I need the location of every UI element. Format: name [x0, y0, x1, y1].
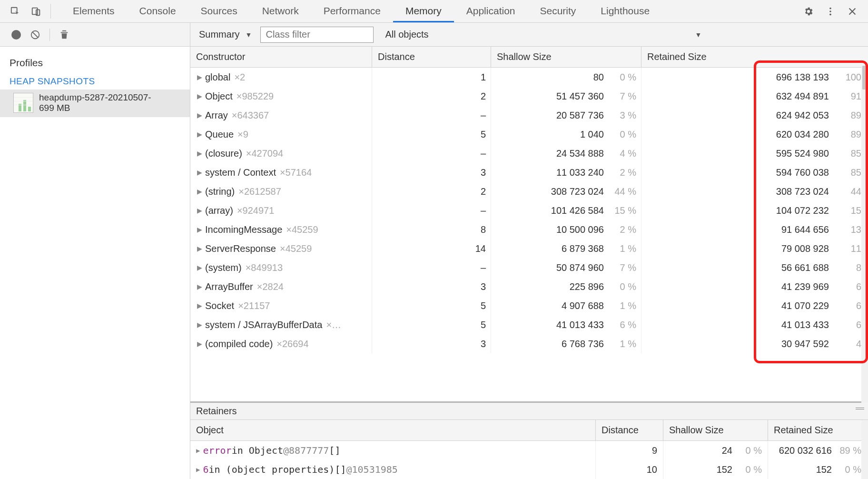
retainers-header[interactable]: Retainers: [190, 403, 868, 420]
table-row[interactable]: ▶(array)×924971–101 426 58415 %104 072 2…: [190, 201, 868, 220]
profiles-toolbar: [0, 23, 190, 47]
ret-col-object[interactable]: Object: [190, 420, 596, 440]
col-constructor[interactable]: Constructor: [190, 47, 372, 67]
snapshot-label: heapdump-5287-20210507- 699 MB: [39, 92, 151, 113]
snapshot-item[interactable]: heapdump-5287-20210507- 699 MB: [0, 90, 190, 117]
table-row[interactable]: ▶IncomingMessage×45259810 500 0962 %91 6…: [190, 220, 868, 239]
constructor-cell: ▶(string)×2612587: [190, 182, 372, 201]
expand-triangle-icon[interactable]: ▶: [197, 334, 202, 353]
col-distance[interactable]: Distance: [372, 47, 491, 67]
constructor-count: ×643367: [232, 106, 269, 125]
table-row[interactable]: ▶(string)×26125872308 723 02444 %308 723…: [190, 182, 868, 201]
retainer-row[interactable]: ▶6 in (object properties)[] @10531985101…: [190, 460, 868, 479]
constructor-count: ×2: [234, 68, 245, 87]
table-row[interactable]: ▶Socket×2115754 907 6881 %41 070 2296: [190, 296, 868, 315]
tab-sources[interactable]: Sources: [188, 0, 250, 22]
retained-pct: 13: [834, 220, 861, 239]
expand-triangle-icon[interactable]: ▶: [196, 441, 200, 460]
tab-memory[interactable]: Memory: [393, 0, 454, 22]
tab-performance[interactable]: Performance: [311, 0, 393, 22]
table-row[interactable]: ▶(system)×849913–50 874 9607 %56 661 688…: [190, 258, 868, 277]
constructor-cell: ▶(closure)×427094: [190, 144, 372, 163]
svg-point-4: [829, 10, 831, 12]
constructor-name: Socket: [205, 296, 234, 315]
tab-security[interactable]: Security: [527, 0, 588, 22]
table-row[interactable]: ▶global×21800 %696 138 193100: [190, 68, 868, 87]
objects-filter-dropdown[interactable]: All objects ▼: [383, 29, 701, 40]
constructor-name: global: [205, 68, 230, 87]
expand-triangle-icon[interactable]: ▶: [197, 87, 202, 106]
expand-triangle-icon[interactable]: ▶: [197, 220, 202, 239]
expand-triangle-icon[interactable]: ▶: [197, 296, 202, 315]
expand-triangle-icon[interactable]: ▶: [197, 182, 202, 201]
table-row[interactable]: ▶(compiled code)×2669436 768 7361 %30 94…: [190, 334, 868, 353]
tab-lighthouse[interactable]: Lighthouse: [588, 0, 662, 22]
expand-triangle-icon[interactable]: ▶: [197, 68, 202, 87]
svg-point-3: [829, 7, 831, 9]
table-row[interactable]: ▶system / Context×57164311 033 2402 %594…: [190, 163, 868, 182]
distance-cell: 8: [372, 220, 491, 239]
kebab-menu-icon[interactable]: [819, 6, 841, 17]
retainer-row[interactable]: ▶error in Object @8877777 []9240 %620 03…: [190, 441, 868, 460]
table-row[interactable]: ▶Array×643367–20 587 7363 %624 942 05389: [190, 106, 868, 125]
table-row[interactable]: ▶Queue×951 0400 %620 034 28089: [190, 125, 868, 144]
table-row[interactable]: ▶ArrayBuffer×28243225 8960 %41 239 9696: [190, 277, 868, 296]
table-row[interactable]: ▶Object×985229251 457 3607 %632 494 8919…: [190, 87, 868, 106]
table-row[interactable]: ▶system / JSArrayBufferData×…541 013 433…: [190, 315, 868, 334]
class-filter-input[interactable]: [260, 27, 374, 43]
expand-triangle-icon[interactable]: ▶: [197, 239, 202, 258]
expand-triangle-icon[interactable]: ▶: [197, 277, 202, 296]
constructor-count: ×9: [237, 125, 248, 144]
expand-triangle-icon[interactable]: ▶: [197, 106, 202, 125]
ret-col-retained[interactable]: Retained Size: [768, 420, 867, 440]
retainer-retained: 620 032 61689 %: [768, 441, 867, 460]
profiles-title: Profiles: [0, 50, 190, 73]
expand-triangle-icon[interactable]: ▶: [197, 315, 202, 334]
retained-cell: 696 138 193100: [641, 68, 866, 87]
retained-cell: 308 723 02444: [641, 182, 866, 201]
shallow-cell: 11 033 2402 %: [491, 163, 641, 182]
retainer-ref: @10531985: [346, 460, 397, 479]
retained-value: 91 644 656: [781, 220, 829, 239]
distance-cell: –: [372, 258, 491, 277]
constructor-name: IncomingMessage: [205, 220, 282, 239]
distance-cell: 5: [372, 315, 491, 334]
expand-triangle-icon[interactable]: ▶: [196, 460, 200, 479]
table-row[interactable]: ▶(closure)×427094–24 534 8884 %595 524 9…: [190, 144, 868, 163]
clear-icon[interactable]: [26, 30, 45, 40]
tab-network[interactable]: Network: [250, 0, 311, 22]
trash-icon[interactable]: [55, 30, 74, 40]
col-shallow[interactable]: Shallow Size: [491, 47, 641, 67]
col-retained[interactable]: Retained Size: [641, 47, 866, 67]
retained-cell: 594 760 03885: [641, 163, 866, 182]
expand-triangle-icon[interactable]: ▶: [197, 201, 202, 220]
scrollbar-thumb[interactable]: [862, 66, 867, 90]
expand-triangle-icon[interactable]: ▶: [197, 144, 202, 163]
retained-value: 620 034 280: [776, 125, 829, 144]
expand-triangle-icon[interactable]: ▶: [197, 125, 202, 144]
device-toolbar-icon[interactable]: [26, 0, 47, 22]
constructor-count: ×427094: [246, 144, 283, 163]
retained-pct: 11: [834, 239, 861, 258]
tab-console[interactable]: Console: [127, 0, 188, 22]
record-icon[interactable]: [7, 30, 26, 40]
retained-pct: 100: [834, 68, 861, 87]
inspect-element-icon[interactable]: [5, 0, 26, 22]
perspective-dropdown[interactable]: Summary ▼: [199, 29, 252, 40]
close-icon[interactable]: [841, 6, 863, 17]
constructor-name: Object: [205, 87, 233, 106]
retained-value: 595 524 980: [776, 144, 829, 163]
settings-gear-icon[interactable]: [798, 6, 819, 17]
distance-cell: –: [372, 201, 491, 220]
tab-application[interactable]: Application: [454, 0, 528, 22]
expand-triangle-icon[interactable]: ▶: [197, 163, 202, 182]
drag-handle-icon[interactable]: [856, 408, 864, 410]
table-row[interactable]: ▶ServerResponse×45259146 879 3681 %79 00…: [190, 239, 868, 258]
shallow-value: 20 587 736: [556, 106, 604, 125]
tab-elements[interactable]: Elements: [60, 0, 127, 22]
constructor-cell: ▶global×2: [190, 68, 372, 87]
ret-col-distance[interactable]: Distance: [596, 420, 663, 440]
constructor-cell: ▶(array)×924971: [190, 201, 372, 220]
ret-col-shallow[interactable]: Shallow Size: [663, 420, 768, 440]
expand-triangle-icon[interactable]: ▶: [197, 258, 202, 277]
